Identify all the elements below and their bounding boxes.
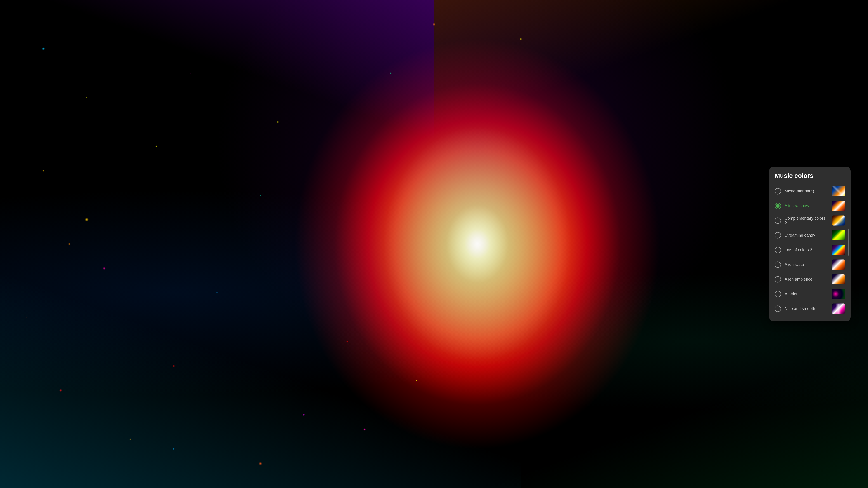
thumb-alien-rainbow	[832, 201, 845, 211]
label-alien-ambience: Alien ambience	[784, 277, 828, 282]
label-alien-rainbow: Alien rainbow	[784, 203, 828, 208]
background-visualization	[0, 0, 868, 488]
radio-alien-rasta[interactable]	[775, 261, 781, 268]
music-colors-panel: Music colors Mixed(standard)Alien rainbo…	[769, 167, 850, 322]
option-item-lots-colors[interactable]: Lots of colors 2	[773, 242, 847, 257]
label-complementary: Complementary colors 2	[784, 216, 828, 225]
radio-complementary[interactable]	[775, 217, 781, 224]
label-streaming: Streaming candy	[784, 233, 828, 238]
label-lots-colors: Lots of colors 2	[784, 248, 828, 252]
radio-mixed[interactable]	[775, 188, 781, 194]
label-nice-smooth: Nice and smooth	[784, 306, 828, 311]
label-alien-rasta: Alien rasta	[784, 262, 828, 267]
label-mixed: Mixed(standard)	[784, 189, 828, 194]
radio-lots-colors[interactable]	[775, 247, 781, 253]
thumb-streaming	[832, 230, 845, 240]
option-item-nice-smooth[interactable]: Nice and smooth	[773, 301, 847, 316]
option-item-alien-ambience[interactable]: Alien ambience	[773, 272, 847, 287]
light-streams	[0, 0, 868, 488]
label-ambient: Ambient	[784, 292, 828, 296]
option-item-ambient[interactable]: Ambient	[773, 287, 847, 301]
thumb-lots-colors	[832, 245, 845, 255]
panel-title: Music colors	[773, 172, 847, 180]
thumb-alien-rasta	[832, 260, 845, 270]
radio-alien-ambience[interactable]	[775, 276, 781, 283]
scroll-indicator	[848, 229, 849, 256]
thumb-complementary	[832, 216, 845, 226]
option-item-complementary[interactable]: Complementary colors 2	[773, 213, 847, 228]
thumb-nice-smooth	[832, 304, 845, 314]
radio-streaming[interactable]	[775, 232, 781, 238]
option-item-alien-rainbow[interactable]: Alien rainbow	[773, 199, 847, 213]
main-container: Music colors Mixed(standard)Alien rainbo…	[0, 0, 868, 488]
option-item-streaming[interactable]: Streaming candy	[773, 228, 847, 242]
radio-ambient[interactable]	[775, 291, 781, 297]
thumb-alien-ambience	[832, 274, 845, 285]
thumb-mixed	[832, 186, 845, 196]
option-item-mixed[interactable]: Mixed(standard)	[773, 184, 847, 199]
option-item-alien-rasta[interactable]: Alien rasta	[773, 257, 847, 272]
radio-alien-rainbow[interactable]	[775, 203, 781, 209]
radio-nice-smooth[interactable]	[775, 305, 781, 312]
options-list: Mixed(standard)Alien rainbowComplementar…	[773, 184, 847, 316]
thumb-ambient	[832, 289, 845, 299]
